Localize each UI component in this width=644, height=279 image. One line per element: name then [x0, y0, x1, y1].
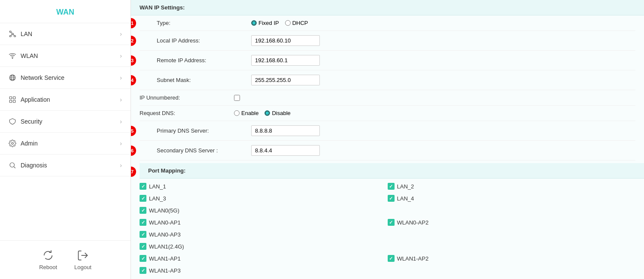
svg-rect-16 [13, 100, 15, 103]
dns-enable-radio[interactable]: Enable [234, 110, 258, 116]
primary-dns-controls [251, 125, 635, 136]
lan1-checkbox[interactable] [140, 183, 146, 190]
chevron-icon-7: › [120, 162, 122, 169]
local-ip-input[interactable] [251, 35, 320, 46]
wlan1ap3-checkbox[interactable] [140, 267, 146, 274]
local-ip-row: 12 Local IP Address: [140, 31, 635, 51]
svg-point-7 [12, 58, 13, 58]
svg-line-19 [14, 167, 15, 168]
port-item-lan1: LAN_1 [140, 180, 388, 192]
remote-ip-controls [251, 55, 635, 66]
dns-disable-label: Disable [272, 110, 290, 116]
remote-ip-input[interactable] [251, 55, 320, 66]
svg-rect-0 [9, 31, 11, 32]
fixed-ip-radio[interactable]: Fixed IP [251, 20, 279, 26]
port-item-empty1 [388, 204, 636, 216]
sidebar-item-wlan[interactable]: WLAN › [0, 45, 131, 67]
subnet-mask-input[interactable] [251, 75, 320, 85]
step-15-badge: 15 [131, 126, 136, 136]
subnet-mask-controls [251, 75, 635, 85]
remote-ip-label: Remote IP Address: [157, 57, 251, 64]
svg-rect-2 [9, 36, 11, 37]
svg-line-4 [10, 32, 12, 33]
request-dns-controls: Enable Disable [234, 110, 635, 116]
port-item-empty4 [388, 264, 636, 276]
logout-button[interactable]: Logout [74, 249, 91, 270]
primary-dns-input[interactable] [251, 125, 320, 136]
sidebar-item-admin[interactable]: Admin › [0, 133, 131, 155]
wan-ip-settings-header: WAN IP Settings: [131, 0, 644, 15]
svg-rect-14 [13, 97, 15, 99]
sidebar-item-network-service[interactable]: Network Service › [0, 67, 131, 89]
wlan0ap2-checkbox[interactable] [388, 219, 395, 226]
svg-point-17 [12, 143, 14, 145]
sidebar-item-admin-label: Admin [21, 140, 38, 147]
dns-enable-label: Enable [241, 110, 258, 116]
port-item-wlan1ap1: WLAN1-AP1 [140, 252, 388, 264]
grid-icon [9, 96, 16, 103]
request-dns-row: Request DNS: Enable Disable [140, 106, 635, 121]
secondary-dns-row: 16 Secondary DNS Server : [140, 141, 635, 161]
port-item-wlan0ap2: WLAN0-AP2 [388, 216, 636, 228]
lan3-checkbox[interactable] [140, 195, 146, 202]
remote-ip-row: 13 Remote IP Address: [140, 51, 635, 70]
port-item-lan2: LAN_2 [388, 180, 636, 192]
sidebar-item-lan[interactable]: LAN › [0, 23, 131, 45]
step-12-badge: 12 [131, 36, 136, 46]
dns-disable-radio[interactable]: Disable [264, 110, 290, 116]
sidebar-title: WAN [0, 0, 131, 23]
chevron-icon-3: › [120, 74, 122, 81]
logout-icon [77, 249, 89, 261]
svg-line-5 [10, 35, 12, 36]
step-13-badge: 13 [131, 55, 136, 66]
port-item-wlan0ap1: WLAN0-AP1 [140, 216, 388, 228]
dns-enable-input[interactable] [234, 110, 240, 116]
type-row: 11 Type: Fixed IP DHCP [140, 15, 635, 31]
reboot-icon [42, 249, 54, 261]
secondary-dns-label: Secondary DNS Server : [157, 147, 251, 154]
sidebar-item-network-service-label: Network Service [21, 74, 64, 81]
request-dns-label: Request DNS: [140, 110, 234, 116]
search-icon [9, 161, 16, 169]
wlan1ap1-checkbox[interactable] [140, 255, 146, 262]
subnet-mask-label: Subnet Mask: [157, 77, 251, 83]
sidebar-item-diagnosis[interactable]: Diagnosis › [0, 155, 131, 176]
port-grid: LAN_1 LAN_2 LAN_3 LAN_4 WLAN0(5G) WLAN0-… [131, 179, 644, 278]
wlan1ap2-checkbox[interactable] [388, 255, 395, 262]
wlan124g-checkbox[interactable] [140, 243, 146, 250]
ip-unnumbered-checkbox[interactable] [234, 95, 240, 101]
fixed-ip-label: Fixed IP [258, 20, 279, 26]
sidebar-item-wlan-label: WLAN [21, 52, 38, 59]
lan2-checkbox[interactable] [388, 183, 395, 190]
dhcp-radio[interactable]: DHCP [285, 20, 308, 26]
chevron-icon-5: › [120, 118, 122, 125]
wlan05g-checkbox[interactable] [140, 207, 146, 214]
local-ip-controls [251, 35, 635, 46]
svg-rect-3 [14, 36, 16, 37]
main-content: WAN IP Settings: 11 Type: Fixed IP DHCP … [131, 0, 644, 279]
network-icon [9, 30, 16, 38]
ip-unnumbered-label: IP Unnumbered: [140, 94, 234, 101]
dns-disable-input[interactable] [264, 110, 270, 116]
svg-rect-1 [12, 33, 14, 35]
globe-icon [9, 74, 16, 82]
step-11-badge: 11 [131, 18, 136, 28]
step-14-badge: 14 [131, 75, 136, 85]
sidebar-item-security[interactable]: Security › [0, 111, 131, 133]
secondary-dns-input[interactable] [251, 145, 320, 156]
port-item-empty3 [388, 240, 636, 252]
dhcp-radio-input[interactable] [285, 20, 291, 26]
lan4-checkbox[interactable] [388, 195, 395, 202]
port-item-wlan124g: WLAN1(2.4G) [140, 240, 388, 252]
reboot-button[interactable]: Reboot [39, 249, 57, 270]
fixed-ip-radio-input[interactable] [251, 20, 257, 26]
sidebar-item-application[interactable]: Application › [0, 89, 131, 111]
port-item-wlan1ap3: WLAN1-AP3 [140, 264, 388, 276]
port-item-wlan1ap2: WLAN1-AP2 [388, 252, 636, 264]
wifi-icon [9, 52, 16, 60]
svg-rect-13 [9, 97, 12, 99]
wlan0ap1-checkbox[interactable] [140, 219, 146, 226]
port-item-wlan05g: WLAN0(5G) [140, 204, 388, 216]
wlan0ap3-checkbox[interactable] [140, 231, 146, 238]
subnet-mask-row: 14 Subnet Mask: [140, 70, 635, 90]
